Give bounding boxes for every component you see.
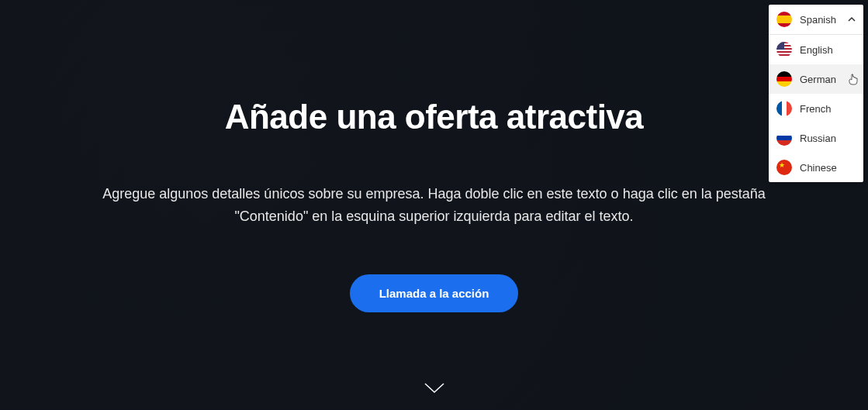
chevron-up-icon bbox=[848, 16, 856, 23]
hero-title[interactable]: Añade una oferta atractiva bbox=[101, 98, 768, 136]
language-label: English bbox=[800, 44, 856, 56]
hero-description[interactable]: Agregue algunos detalles únicos sobre su… bbox=[101, 183, 768, 228]
flag-france-icon bbox=[776, 101, 792, 116]
language-option-chinese[interactable]: Chinese bbox=[769, 153, 863, 182]
hero-content: Añade una oferta atractiva Agregue algun… bbox=[85, 98, 783, 312]
flag-germany-icon bbox=[776, 71, 792, 87]
language-label: Russian bbox=[800, 133, 856, 144]
scroll-down-chevron-icon[interactable] bbox=[424, 382, 445, 398]
flag-china-icon bbox=[776, 160, 792, 175]
language-label: Spanish bbox=[800, 14, 848, 26]
language-option-french[interactable]: French bbox=[769, 94, 863, 123]
flag-usa-icon bbox=[776, 42, 792, 57]
language-selected-item[interactable]: Spanish bbox=[769, 5, 863, 35]
cta-button[interactable]: Llamada a la acción bbox=[350, 274, 519, 312]
language-label: French bbox=[800, 103, 856, 115]
pointer-cursor-icon bbox=[848, 73, 859, 85]
language-option-english[interactable]: English bbox=[769, 35, 863, 64]
language-option-russian[interactable]: Russian bbox=[769, 123, 863, 153]
language-option-german[interactable]: German bbox=[769, 64, 863, 94]
flag-spain-icon bbox=[776, 12, 792, 27]
language-dropdown[interactable]: SpanishEnglishGermanFrenchRussianChinese bbox=[769, 5, 863, 182]
flag-russia-icon bbox=[776, 130, 792, 146]
language-label: Chinese bbox=[800, 162, 856, 174]
hero-section: Añade una oferta atractiva Agregue algun… bbox=[0, 0, 868, 410]
